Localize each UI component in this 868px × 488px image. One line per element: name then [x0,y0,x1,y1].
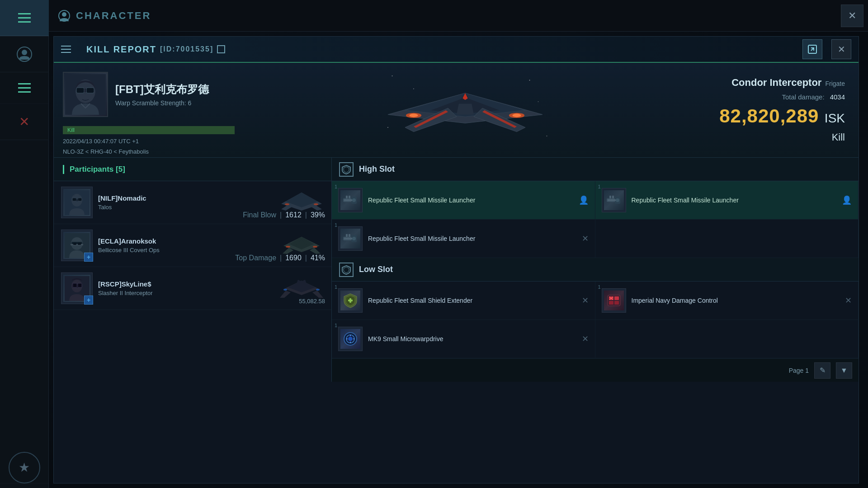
isk-suffix: ISK [825,111,845,125]
copy-icon[interactable] [217,45,225,53]
slot-item: 1 [332,320,595,358]
edit-button[interactable]: ✎ [814,362,830,379]
window-close-button[interactable]: ✕ [841,5,863,27]
svg-rect-65 [614,296,619,300]
x-icon: ✕ [19,114,29,129]
slot-item: 1 [595,181,859,220]
slot-action-icon-2[interactable]: 👤 [842,195,852,205]
participant-1-ship: Talos [98,204,274,211]
svg-point-72 [348,337,353,341]
participant-3-isk: 55,082.58 [299,297,325,305]
svg-point-20 [513,113,521,117]
pilot-avatar-inner [64,73,107,116]
export-button[interactable] [802,39,822,59]
missile-launcher-icon-2 [606,192,622,208]
slot-close-icon[interactable]: ✕ [582,234,589,244]
svg-point-16 [547,136,547,136]
ship-name: Condor Interceptor [731,77,821,89]
plus-badge-2: + [84,253,93,262]
slots-bottom-bar: Page 1 ✎ ▼ [332,358,859,382]
participants-panel: Participants [5] [54,158,332,382]
kill-datetime: 2022/04/13 00:47:07 UTC +1 [63,138,235,145]
missile-launcher-icon-3 [342,230,359,247]
svg-point-18 [410,113,418,117]
svg-point-14 [538,101,539,102]
participants-title: Participants [5] [63,165,125,174]
svg-point-1 [22,50,27,55]
total-damage-label: Total damage: [782,93,824,101]
slots-panel: High Slot 1 [332,158,859,382]
kill-report-id: [ID:7001535] [160,45,213,53]
pilot-name: [FBT]艾利克布罗德 [115,82,209,97]
svg-point-35 [313,246,317,248]
svg-rect-57 [344,238,352,239]
svg-rect-33 [78,243,81,245]
slot-dc-close-icon[interactable]: ✕ [845,296,852,305]
slot-mwd-icon [338,327,363,351]
slot-action-icon[interactable]: 👤 [579,195,589,205]
shield-extender-icon [342,292,359,309]
slot-shield-close-icon[interactable]: ✕ [582,296,589,305]
isk-value: 82,820,289 [719,105,819,127]
participant-item: + [RSCP]SkyLine$ Slasher II Interceptor [54,267,331,310]
sidebar-star-button[interactable]: ★ [0,452,48,483]
sidebar: ✕ ★ [0,0,49,488]
pilot-row: [FBT]艾利克布罗德 Warp Scramble Strength: 6 [63,72,235,117]
pilot-silhouette [65,74,106,115]
low-slot-icon [339,263,354,277]
participant-1-info: [NILF]Nomadic Talos [98,194,274,211]
svg-rect-32 [73,243,76,245]
participant-item: [NILF]Nomadic Talos [54,181,331,224]
svg-point-41 [283,289,287,291]
participant-1-stats: Final Blow | 1612 | 39% [243,211,325,219]
nav-hamburger-icon [18,83,31,93]
topbar: CHARACTER [49,0,868,32]
high-slot-header: High Slot [332,158,859,181]
ship-image [379,65,551,155]
slot-mwd-close-icon[interactable]: ✕ [582,334,589,344]
svg-rect-53 [609,196,611,198]
slot-item: 1 [595,282,859,320]
slot-item-empty [595,220,859,258]
kill-result-label: Kill [832,131,845,143]
kill-report-window: KILL REPORT [ID:7001535] ✕ [53,36,859,483]
kill-report-close-button[interactable]: ✕ [831,39,851,59]
kill-report-info: [FBT]艾利克布罗德 Warp Scramble Strength: 6 Ki… [54,63,859,158]
ship-image-area [244,63,687,157]
svg-point-34 [286,246,290,248]
participant-3-avatar: + [61,272,93,304]
page-label: Page 1 [789,367,809,374]
plus-badge-3: + [84,296,93,305]
low-slot-header: Low Slot [332,258,859,282]
close-icon: ✕ [838,44,845,55]
slot-shield-icon [338,288,363,313]
filter-button[interactable]: ▼ [836,362,852,379]
high-slots-grid: 1 [332,181,859,258]
slot-launcher-icon-2 [602,188,626,212]
hamburger-icon [18,13,31,23]
damage-row: Total damage: 4034 [782,93,845,101]
kill-report-title: KILL REPORT [ID:7001535] [86,44,225,55]
sidebar-close-button[interactable]: ✕ [0,104,49,140]
low-slot-title: Low Slot [359,265,393,274]
participant-2-info: [ECLA]Aranoksok Bellicose III Covert Ops [98,237,274,253]
svg-point-15 [387,127,388,128]
svg-rect-66 [609,301,613,305]
kr-menu-button[interactable] [61,41,77,57]
app-title: CHARACTER [76,10,151,22]
pilot-info: [FBT]艾利克布罗德 Warp Scramble Strength: 6 [115,82,209,107]
participant-1-name: [NILF]Nomadic [98,194,274,202]
sidebar-nav-menu[interactable] [0,72,48,104]
participant-3-info: [RSCP]SkyLine$ Slasher II Interceptor [98,280,274,296]
high-slot-icon [339,162,354,177]
svg-rect-62 [348,300,353,301]
svg-rect-54 [612,196,614,198]
svg-rect-59 [346,234,348,237]
participants-header: Participants [5] [54,158,331,181]
isk-row: 82,820,289 ISK [719,105,845,127]
participant-1-silhouette [65,190,90,215]
svg-rect-39 [73,283,77,287]
participant-item: + [ECLA]Aranoksok Bellicose III Covert O… [54,224,331,267]
sidebar-menu-button[interactable] [0,0,49,36]
kill-report-title-text: KILL REPORT [86,44,156,55]
